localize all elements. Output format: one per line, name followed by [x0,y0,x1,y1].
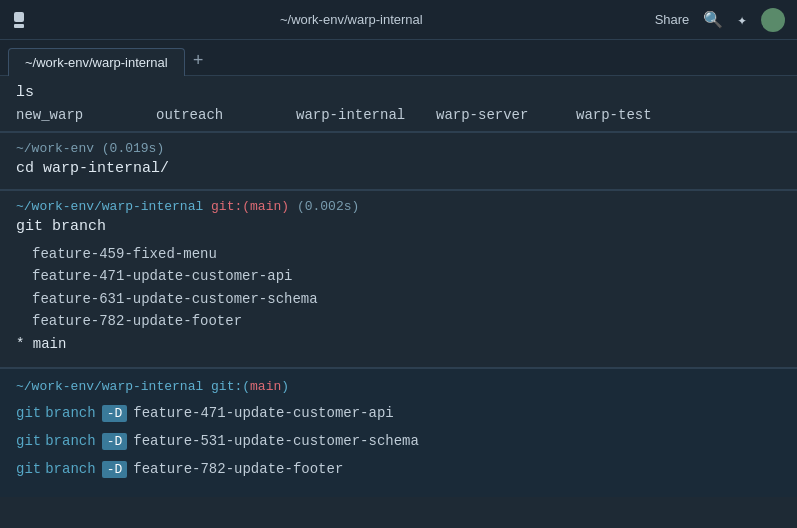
ls-command: ls [16,84,781,101]
new-tab-button[interactable]: + [185,51,212,71]
branch-keyword-3: branch [45,458,95,482]
branch-keyword-1: branch [45,402,95,426]
ls-section: ls new_warp outreach warp-internal warp-… [0,76,797,131]
svg-rect-0 [14,12,24,22]
flag-d-2: -D [102,433,128,450]
ls-item-warp-internal: warp-internal [296,107,436,123]
git-cmd-row-3: git branch -D feature-782-update-footer [16,458,781,482]
active-prompt-path: ~/work-env/warp-internal [16,379,203,394]
flag-container-1: -D [102,402,128,426]
active-prompt: ~/work-env/warp-internal git:(main) [16,379,781,394]
ls-item-warp-server: warp-server [436,107,576,123]
titlebar: ~/work-env/warp-internal Share 🔍 ✦ [0,0,797,40]
search-icon[interactable]: 🔍 [703,10,723,30]
ls-item-outreach: outreach [156,107,296,123]
cd-block: ~/work-env (0.019s) cd warp-internal/ [0,132,797,189]
branch-line-1: feature-459-fixed-menu [16,243,781,265]
branch-name-2: feature-531-update-customer-schema [133,430,419,454]
ls-output: new_warp outreach warp-internal warp-ser… [16,107,781,123]
prompt-path: ~/work-env/warp-internal [16,199,203,214]
git-keyword-1: git [16,402,41,426]
branch-name-1: feature-471-update-customer-api [133,402,393,426]
ls-item-new-warp: new_warp [16,107,156,123]
svg-rect-1 [14,24,24,28]
git-branch-prompt: ~/work-env/warp-internal git:(main) (0.0… [16,199,781,214]
active-cmd-block: ~/work-env/warp-internal git:(main) git … [0,368,797,497]
branch-line-2: feature-471-update-customer-api [16,265,781,287]
flag-container-2: -D [102,430,128,454]
tab-warp-internal[interactable]: ~/work-env/warp-internal [8,48,185,76]
branch-active: * main [16,333,781,355]
prompt-git: git:(main) [211,199,289,214]
branch-keyword-2: branch [45,430,95,454]
git-keyword-3: git [16,458,41,482]
git-branch-command: git branch [16,218,781,235]
prompt-time: (0.002s) [297,199,359,214]
flag-container-3: -D [102,458,128,482]
ai-icon[interactable]: ✦ [737,10,747,30]
branch-output: feature-459-fixed-menu feature-471-updat… [16,243,781,355]
flag-d-3: -D [102,461,128,478]
share-button[interactable]: Share [655,12,690,27]
branch-name-3: feature-782-update-footer [133,458,343,482]
titlebar-actions: Share 🔍 ✦ [655,8,785,32]
branch-line-4: feature-782-update-footer [16,310,781,332]
cd-command: cd warp-internal/ [16,160,781,177]
git-keyword-2: git [16,430,41,454]
ls-item-warp-test: warp-test [576,107,716,123]
git-branch-block: ~/work-env/warp-internal git:(main) (0.0… [0,190,797,367]
user-avatar[interactable] [761,8,785,32]
cd-prompt: ~/work-env (0.019s) [16,141,781,156]
flag-d-1: -D [102,405,128,422]
branch-line-3: feature-631-update-customer-schema [16,288,781,310]
git-cmd-row-2: git branch -D feature-531-update-custome… [16,430,781,454]
git-cmd-row-1: git branch -D feature-471-update-custome… [16,402,781,426]
window-title: ~/work-env/warp-internal [48,12,655,27]
app-logo[interactable] [12,8,36,32]
tabbar: ~/work-env/warp-internal + [0,40,797,76]
active-prompt-git: git:( [211,379,250,394]
